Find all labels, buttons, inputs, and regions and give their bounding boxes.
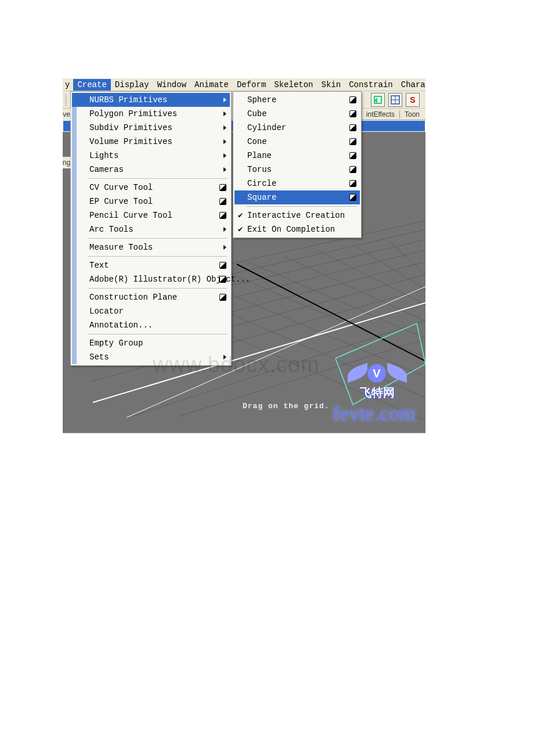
check-icon: ✔	[238, 210, 243, 221]
create-subdiv-primitives[interactable]: Subdiv Primitives	[72, 121, 230, 135]
menu-label: Text	[89, 260, 109, 271]
check-icon: ✔	[238, 224, 243, 235]
option-box-icon[interactable]	[219, 276, 226, 283]
menu-skeleton[interactable]: Skeleton	[270, 79, 317, 91]
submenu-arrow-icon	[223, 111, 226, 116]
nurbs-cone[interactable]: Cone	[234, 135, 360, 149]
svg-line-19	[283, 256, 425, 322]
menu-label: Locator	[89, 306, 124, 316]
nurbs-sphere[interactable]: Sphere	[234, 93, 360, 107]
option-box-icon[interactable]	[219, 184, 226, 191]
watermark-site: fevte.com	[333, 401, 416, 426]
watermark-cn: 飞特网	[351, 385, 403, 401]
nurbs-circle[interactable]: Circle	[234, 177, 360, 190]
menu-label: Annotation...	[89, 320, 153, 330]
submenu-arrow-icon	[223, 153, 226, 158]
create-lights[interactable]: Lights	[72, 149, 230, 163]
create-arc-tools[interactable]: Arc Tools	[72, 222, 230, 236]
create-measure-tools[interactable]: Measure Tools	[72, 240, 230, 254]
menu-separator	[88, 334, 228, 334]
maya-window: y Create Display Window Animate Deform S…	[63, 78, 425, 433]
menu-label: Sets	[89, 352, 109, 362]
create-locator[interactable]: Locator	[72, 304, 230, 318]
nurbs-cylinder[interactable]: Cylinder	[234, 121, 360, 135]
create-construction-plane[interactable]: Construction Plane	[72, 290, 230, 304]
menu-label: Plane	[247, 150, 272, 161]
menu-label: Cameras	[89, 164, 124, 175]
svg-line-20	[318, 250, 425, 306]
create-empty-group[interactable]: Empty Group	[72, 336, 230, 350]
menu-label: EP Curve Tool	[89, 196, 153, 207]
menu-animate[interactable]: Animate	[190, 79, 233, 91]
menu-label: Interactive Creation	[247, 210, 345, 221]
option-box-icon[interactable]	[219, 262, 226, 269]
toolbar-button-c[interactable]: S	[406, 93, 420, 107]
menu-label: Cube	[247, 109, 267, 119]
create-pencil-curve[interactable]: Pencil Curve Tool	[72, 208, 230, 222]
nurbs-torus[interactable]: Torus	[234, 163, 360, 177]
menu-separator	[88, 238, 228, 239]
submenu-arrow-icon	[223, 125, 226, 130]
shelf-tab-toon[interactable]: Toon	[399, 110, 420, 118]
nurbs-exit-on-completion[interactable]: ✔Exit On Completion	[234, 222, 360, 236]
create-ai-object[interactable]: Adobe(R) Illustrator(R) Object...	[72, 272, 230, 286]
option-box-icon[interactable]	[349, 96, 356, 103]
menu-label: NURBS Primitives	[89, 95, 167, 105]
menu-constrain[interactable]: Constrain	[345, 79, 397, 91]
wing-icon	[348, 363, 367, 383]
menu-label: Empty Group	[89, 338, 143, 348]
menu-label: Volume Primitives	[89, 136, 172, 147]
svg-line-25	[237, 264, 425, 364]
option-box-icon[interactable]	[219, 294, 226, 301]
create-cv-curve[interactable]: CV Curve Tool	[72, 181, 230, 195]
menu-label: Torus	[247, 164, 272, 175]
shelf-tab-painteffects[interactable]: intEffects	[361, 110, 395, 118]
menu-label: Circle	[247, 178, 276, 189]
menu-skin[interactable]: Skin	[317, 79, 345, 91]
option-box-icon[interactable]	[349, 124, 356, 131]
watermark-bdocx: www.bdocx.com	[153, 352, 320, 377]
option-box-icon[interactable]	[219, 212, 226, 219]
menu-display[interactable]: Display	[111, 79, 153, 91]
option-box-icon[interactable]	[219, 198, 226, 205]
create-text[interactable]: Text	[72, 258, 230, 272]
option-box-icon[interactable]	[349, 194, 356, 201]
submenu-arrow-icon	[223, 167, 226, 172]
option-box-icon[interactable]	[349, 152, 356, 159]
submenu-arrow-icon	[223, 245, 226, 250]
nurbs-plane[interactable]: Plane	[234, 149, 360, 163]
svg-line-21	[353, 244, 425, 291]
menu-create[interactable]: Create	[73, 79, 110, 91]
menu-label: Square	[247, 192, 276, 203]
create-annotation[interactable]: Annotation...	[72, 318, 230, 332]
menu-separator	[246, 206, 358, 207]
create-ep-curve[interactable]: EP Curve Tool	[72, 195, 230, 208]
menu-label: Sphere	[247, 95, 276, 105]
option-box-icon[interactable]	[349, 138, 356, 145]
menu-label: CV Curve Tool	[89, 182, 153, 193]
menu-character[interactable]: Character	[397, 79, 425, 91]
menu-label: Arc Tools	[89, 224, 134, 235]
submenu-arrow-icon	[223, 98, 226, 102]
menu-window[interactable]: Window	[153, 79, 190, 91]
menu-separator	[88, 256, 228, 257]
menu-separator	[88, 288, 228, 289]
left-frag-a: ve	[63, 109, 71, 120]
option-box-icon[interactable]	[349, 110, 356, 117]
nurbs-interactive-creation[interactable]: ✔Interactive Creation	[234, 208, 360, 222]
nurbs-submenu: Sphere Cube Cylinder Cone Plane Torus Ci…	[233, 91, 362, 238]
option-box-icon[interactable]	[349, 180, 356, 187]
nurbs-square[interactable]: Square	[234, 190, 360, 204]
create-polygon-primitives[interactable]: Polygon Primitives	[72, 107, 230, 121]
toolbar-grip	[65, 94, 67, 106]
menu-label: Lights	[89, 150, 118, 161]
toolbar-button-b[interactable]	[388, 93, 402, 107]
create-cameras[interactable]: Cameras	[72, 163, 230, 177]
toolbar-button-a[interactable]	[371, 93, 385, 107]
create-volume-primitives[interactable]: Volume Primitives	[72, 135, 230, 149]
create-nurbs-primitives[interactable]: NURBS Primitives	[72, 93, 230, 107]
option-box-icon[interactable]	[349, 166, 356, 173]
menu-separator	[88, 178, 228, 179]
nurbs-cube[interactable]: Cube	[234, 107, 360, 121]
menu-deform[interactable]: Deform	[233, 79, 270, 91]
